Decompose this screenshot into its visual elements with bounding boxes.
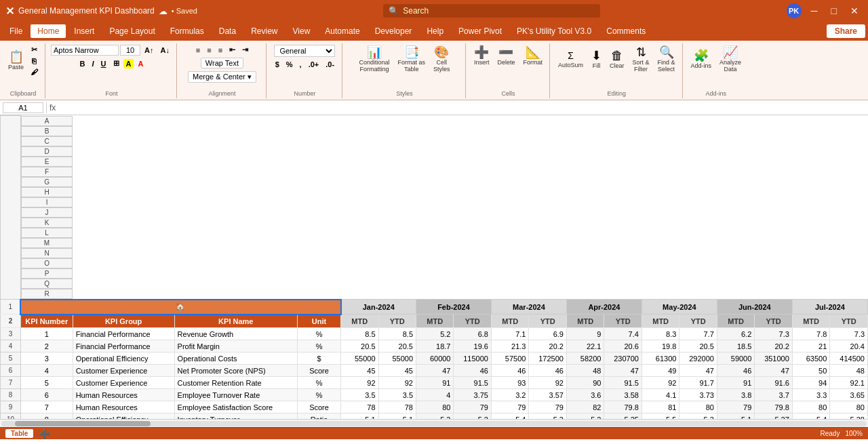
copy-button[interactable]: ⎘ (28, 56, 41, 66)
delete-button[interactable]: ➖ Delete (494, 45, 517, 67)
cell-may-ytd[interactable]: 91.7 (679, 377, 717, 389)
cell-mar-ytd[interactable]: 5.3 (529, 413, 566, 420)
cell-may-mtd[interactable]: 61300 (642, 352, 679, 365)
cell-mar-mtd[interactable]: 3.2 (491, 389, 528, 401)
table-row[interactable]: 7 5 Customer Experience Customer Retenti… (1, 377, 868, 389)
table-row[interactable]: 9 7 Human Resources Employee Satisfactio… (1, 401, 868, 413)
formula-input[interactable] (58, 104, 865, 112)
cell-kpi-group[interactable]: Financial Performance (73, 340, 174, 352)
cell-jul-mtd[interactable]: 21 (792, 340, 829, 352)
cell-jan-ytd[interactable]: 8.5 (378, 328, 416, 340)
cell-jul-ytd[interactable]: 3.65 (830, 389, 868, 401)
cell-jul-ytd[interactable]: 48 (830, 365, 868, 377)
cell-jun-mtd[interactable]: 59000 (717, 352, 754, 365)
cell-jul-mtd[interactable]: 63500 (792, 352, 829, 365)
align-left-button[interactable]: ≡ (193, 45, 203, 55)
col-k-header[interactable]: K (21, 218, 73, 228)
cell-jun-mtd[interactable]: 91 (717, 377, 754, 389)
cell-unit[interactable]: % (298, 377, 341, 389)
cell-may-ytd[interactable]: 292000 (679, 352, 717, 365)
col-d-header[interactable]: D (21, 146, 73, 157)
cell-feb-ytd[interactable]: 79 (454, 401, 491, 413)
conditional-formatting-button[interactable]: 📊 ConditionalFormatting (356, 45, 392, 74)
cell-feb-mtd[interactable]: 91 (416, 377, 454, 389)
cell-feb-mtd[interactable]: 5.3 (416, 413, 454, 420)
cell-jan-ytd[interactable]: 3.5 (378, 389, 416, 401)
table-row[interactable]: 3 1 Financial Performance Revenue Growth… (1, 328, 868, 340)
cell-may-ytd[interactable]: 5.3 (679, 413, 717, 420)
col-c-header[interactable]: C (21, 136, 73, 146)
cell-jun-ytd[interactable]: 5.27 (755, 413, 792, 420)
col-n-header[interactable]: N (21, 248, 73, 258)
sheet-tab-table[interactable]: Table (5, 429, 33, 438)
home-cell[interactable]: 🏠 (20, 300, 340, 315)
cell-apr-mtd[interactable]: 58200 (566, 352, 604, 365)
cell-jan-mtd[interactable]: 55000 (341, 352, 378, 365)
maximize-button[interactable]: □ (827, 4, 841, 18)
cell-feb-ytd[interactable]: 5.2 (454, 413, 491, 420)
cell-apr-mtd[interactable]: 9 (566, 328, 604, 340)
scroll-bar-area[interactable] (0, 419, 868, 427)
cell-kpi-name[interactable]: Customer Retention Rate (174, 377, 297, 389)
cell-kpi-number[interactable]: 2 (20, 340, 73, 352)
indent-decrease-button[interactable]: ⇤ (226, 45, 238, 55)
menu-formulas[interactable]: Formulas (163, 24, 211, 38)
cell-jan-mtd[interactable]: 8.5 (341, 328, 378, 340)
cell-feb-ytd[interactable]: 19.6 (454, 340, 491, 352)
wrap-text-button[interactable]: Wrap Text (201, 58, 243, 68)
cell-jun-mtd[interactable]: 46 (717, 365, 754, 377)
cell-jan-ytd[interactable]: 45 (378, 365, 416, 377)
cell-unit[interactable]: % (298, 328, 341, 340)
cell-mar-ytd[interactable]: 20.2 (529, 340, 566, 352)
cell-kpi-number[interactable]: 5 (20, 377, 73, 389)
cell-jul-mtd[interactable]: 80 (792, 401, 829, 413)
cell-jul-ytd[interactable]: 92.1 (830, 377, 868, 389)
cell-jul-ytd[interactable]: 7.3 (830, 328, 868, 340)
insert-button[interactable]: ➕ Insert (471, 45, 492, 67)
col-e-header[interactable]: E (21, 157, 73, 167)
search-box[interactable]: 🔍 (383, 4, 600, 18)
close-button[interactable]: ✕ (846, 4, 863, 18)
col-p-header[interactable]: P (21, 268, 73, 279)
cell-apr-ytd[interactable]: 7.4 (604, 328, 642, 340)
col-q-header[interactable]: Q (21, 279, 73, 289)
clear-button[interactable]: 🗑 Clear (607, 48, 627, 70)
cell-styles-button[interactable]: 🎨 CellStyles (431, 45, 453, 74)
paste-button[interactable]: 📋 Paste (5, 49, 26, 72)
cell-kpi-name[interactable]: Employee Satisfaction Score (174, 401, 297, 413)
cell-apr-ytd[interactable]: 20.6 (604, 340, 642, 352)
menu-automate[interactable]: Automate (318, 24, 366, 38)
table-row[interactable]: 8 6 Human Resources Employee Turnover Ra… (1, 389, 868, 401)
table-row[interactable]: 4 2 Financial Performance Profit Margin … (1, 340, 868, 352)
cell-kpi-number[interactable]: 1 (20, 328, 73, 340)
cell-feb-ytd[interactable]: 6.8 (454, 328, 491, 340)
cell-jul-ytd[interactable]: 414500 (830, 352, 868, 365)
cell-jan-mtd[interactable]: 78 (341, 401, 378, 413)
cell-jun-ytd[interactable]: 7.3 (755, 328, 792, 340)
cell-may-mtd[interactable]: 4.1 (642, 389, 679, 401)
font-size-increase-button[interactable]: A↑ (142, 45, 156, 55)
minimize-button[interactable]: ─ (807, 4, 822, 18)
cell-feb-mtd[interactable]: 5.2 (416, 328, 454, 340)
cell-jun-mtd[interactable]: 3.8 (717, 389, 754, 401)
cell-jun-mtd[interactable]: 5.1 (717, 413, 754, 420)
cell-may-ytd[interactable]: 7.7 (679, 328, 717, 340)
cell-feb-ytd[interactable]: 3.75 (454, 389, 491, 401)
menu-help[interactable]: Help (420, 24, 450, 38)
analyze-data-button[interactable]: 📈 AnalyzeData (717, 45, 744, 74)
cell-kpi-group[interactable]: Customer Experience (73, 377, 174, 389)
cell-apr-ytd[interactable]: 47 (604, 365, 642, 377)
addins-button[interactable]: 🧩 Add-ins (688, 48, 715, 70)
menu-insert[interactable]: Insert (67, 24, 101, 38)
cell-feb-ytd[interactable]: 115000 (454, 352, 491, 365)
cell-unit[interactable]: $ (298, 352, 341, 365)
cell-apr-ytd[interactable]: 91.5 (604, 377, 642, 389)
cell-jan-ytd[interactable]: 92 (378, 377, 416, 389)
cell-may-ytd[interactable]: 3.73 (679, 389, 717, 401)
cell-jun-mtd[interactable]: 6.2 (717, 328, 754, 340)
percent-button[interactable]: % (283, 60, 296, 69)
col-l-header[interactable]: L (21, 228, 73, 238)
menu-power-pivot[interactable]: Power Pivot (452, 24, 509, 38)
cell-kpi-group[interactable]: Human Resources (73, 389, 174, 401)
menu-page-layout[interactable]: Page Layout (102, 24, 161, 38)
